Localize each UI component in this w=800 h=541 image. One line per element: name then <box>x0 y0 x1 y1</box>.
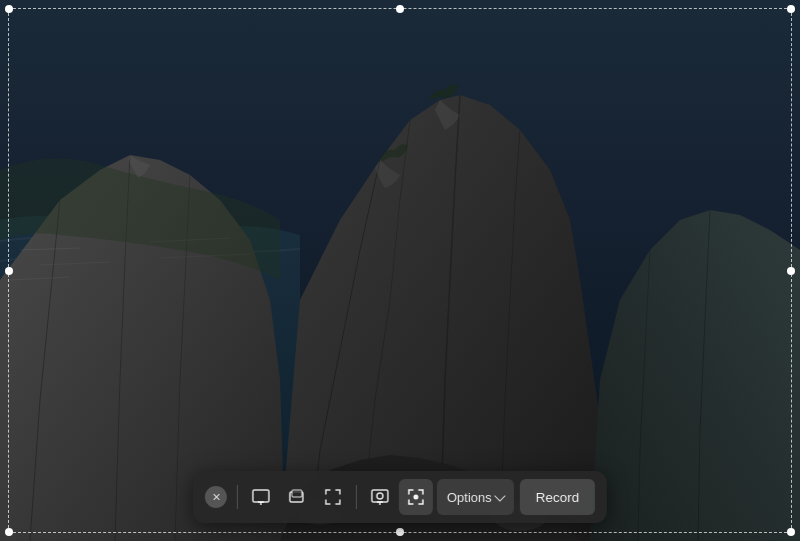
record-label: Record <box>536 490 580 505</box>
record-entire-screen-button[interactable] <box>363 479 397 515</box>
options-label: Options <box>447 490 492 505</box>
close-button[interactable]: ✕ <box>205 486 227 508</box>
record-entire-screen-icon <box>370 487 390 507</box>
svg-rect-11 <box>253 490 269 502</box>
record-selection-icon <box>406 487 426 507</box>
options-button[interactable]: Options <box>437 479 514 515</box>
close-icon: ✕ <box>211 492 220 503</box>
capture-entire-screen-icon <box>251 487 271 507</box>
divider-1 <box>237 485 238 509</box>
chevron-down-icon <box>494 490 505 501</box>
capture-window-icon <box>287 487 307 507</box>
capture-entire-screen-button[interactable] <box>244 479 278 515</box>
divider-2 <box>356 485 357 509</box>
record-selection-button[interactable] <box>399 479 433 515</box>
background <box>0 0 800 541</box>
svg-rect-15 <box>292 490 302 497</box>
svg-point-20 <box>413 495 418 500</box>
svg-rect-16 <box>372 490 388 502</box>
toolbar: ✕ <box>193 471 607 523</box>
capture-selection-icon <box>323 487 343 507</box>
capture-selection-button[interactable] <box>316 479 350 515</box>
record-button[interactable]: Record <box>520 479 596 515</box>
svg-point-17 <box>377 493 383 499</box>
capture-window-button[interactable] <box>280 479 314 515</box>
